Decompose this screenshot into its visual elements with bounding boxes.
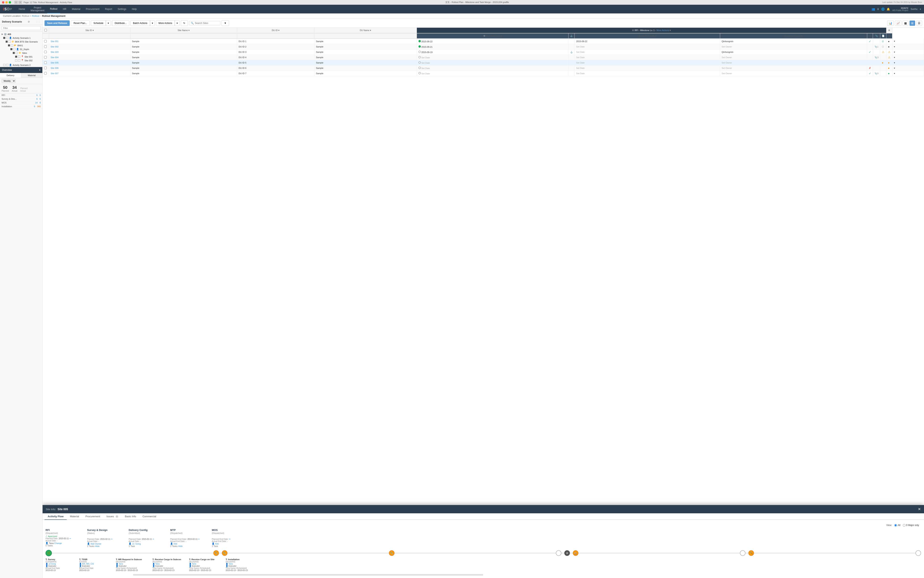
row-dropdown[interactable]: ▾ bbox=[892, 71, 924, 76]
cb2-sites[interactable] bbox=[16, 52, 18, 54]
settings-header[interactable]: ⚙ bbox=[886, 28, 892, 33]
nav-home[interactable]: Home bbox=[16, 5, 28, 13]
cb1-site001[interactable] bbox=[15, 55, 17, 58]
more-dropdown-btn[interactable]: ▾ bbox=[175, 21, 179, 26]
edit-rfi-icon[interactable]: ✏ bbox=[70, 537, 71, 540]
assigned-owner-header[interactable]: Assigned Owner ▾ bbox=[720, 33, 867, 39]
list-view-btn[interactable]: ☰ bbox=[916, 21, 922, 26]
nav-project[interactable]: ProjectManagement bbox=[28, 5, 47, 13]
modal-tab-activity-flow[interactable]: Activity Flow bbox=[44, 513, 67, 520]
sidebar-item-bkk-bts[interactable]: 📁 BKK BTS Site Scenario bbox=[0, 40, 42, 44]
site-id-header[interactable]: Site ID ▾ bbox=[49, 28, 130, 33]
row-checkbox[interactable] bbox=[44, 50, 47, 53]
row-checkbox[interactable] bbox=[44, 45, 47, 48]
row-checkbox[interactable] bbox=[44, 72, 47, 75]
cb1-bkk[interactable] bbox=[5, 41, 8, 43]
row-dropdown[interactable]: ▾ bbox=[892, 55, 924, 60]
nav-rollout[interactable]: Rollout bbox=[47, 5, 60, 13]
view-major-radio-label[interactable]: 0 Major only bbox=[903, 524, 919, 526]
users-icon[interactable]: 👥 bbox=[872, 8, 875, 11]
globe-icon[interactable]: 🌐 bbox=[881, 8, 885, 11]
schedule-button[interactable]: Schedule bbox=[91, 21, 106, 26]
rfi-dropdown-icon[interactable]: ▾ bbox=[670, 29, 671, 31]
sidebar-filter-input[interactable] bbox=[2, 26, 41, 30]
gantt-btn[interactable]: ▦ bbox=[903, 21, 908, 26]
row-checkbox[interactable] bbox=[44, 61, 47, 64]
table-view-btn[interactable]: ⊞ bbox=[909, 21, 915, 26]
modal-close-button[interactable]: ✕ bbox=[918, 507, 921, 511]
overview-tab-delivery[interactable]: Delivery bbox=[0, 73, 21, 78]
edit-mtp-icon[interactable]: ✏ bbox=[198, 538, 200, 540]
modal-tab-issues[interactable]: Issues 0 bbox=[103, 513, 122, 520]
rfi-main-header[interactable]: ⚙ RFI - Milestone Lv. 1 - More Actions ▾ bbox=[416, 28, 886, 33]
breadcrumb-rollout-link[interactable]: Rollout bbox=[32, 15, 39, 18]
nav-hr[interactable]: HR bbox=[60, 5, 69, 13]
cb1-act2[interactable] bbox=[3, 64, 5, 66]
du-name-header[interactable]: DU Name ▾ bbox=[314, 28, 416, 33]
overview-tab-material[interactable]: Material bbox=[21, 73, 42, 78]
hide-mtp-link[interactable]: Hide bbox=[178, 545, 183, 547]
cb1-sites[interactable] bbox=[13, 52, 15, 54]
modal-tab-procurement[interactable]: Procurement bbox=[82, 513, 103, 520]
search-input[interactable] bbox=[195, 22, 218, 24]
edit-mos-icon[interactable]: ✏ bbox=[229, 538, 231, 540]
rfi-more-actions-link[interactable]: More Actions bbox=[657, 29, 669, 31]
site-id-link[interactable]: Site 005 bbox=[50, 62, 59, 64]
edit-del-icon[interactable]: ✏ bbox=[153, 538, 154, 540]
cb1-s1[interactable] bbox=[10, 48, 13, 50]
add-owner-link[interactable]: Add Owner bbox=[91, 542, 101, 545]
cb2-bkk1[interactable] bbox=[11, 44, 13, 47]
sidebar-gear-icon[interactable]: ⚙ bbox=[28, 20, 30, 23]
nav-material[interactable]: Material bbox=[69, 5, 83, 13]
cb2-bkk[interactable] bbox=[8, 41, 11, 43]
nav-help[interactable]: Help bbox=[129, 5, 140, 13]
row-checkbox[interactable] bbox=[44, 67, 47, 69]
user-dropdown-icon[interactable]: ▾ bbox=[920, 8, 921, 10]
site-id-link[interactable]: Site 006 bbox=[50, 67, 59, 69]
minimize-window-btn[interactable] bbox=[5, 1, 8, 3]
nav-settings[interactable]: Settings bbox=[115, 5, 129, 13]
modal-tab-commercial[interactable]: Commercial bbox=[139, 513, 159, 520]
maximize-window-btn[interactable] bbox=[9, 1, 11, 3]
sidebar-item-sites[interactable]: 📁 Sites bbox=[0, 51, 42, 55]
download-icon[interactable]: ⬇ bbox=[877, 8, 879, 11]
cb2-site001[interactable] bbox=[18, 55, 20, 58]
batch-dropdown-btn[interactable]: ▾ bbox=[150, 21, 155, 26]
site-id-link[interactable]: Site 003 bbox=[50, 51, 59, 53]
batch-actions-button[interactable]: Batch Actions bbox=[131, 21, 150, 26]
chart-line-btn[interactable]: 📈 bbox=[895, 21, 901, 26]
row-checkbox[interactable] bbox=[44, 56, 47, 58]
reset-plan-button[interactable]: Reset Plan... bbox=[71, 20, 89, 26]
close-window-btn[interactable] bbox=[2, 1, 4, 3]
more-actions-button[interactable]: More Actions bbox=[156, 21, 175, 26]
cb2-act2[interactable] bbox=[6, 64, 8, 66]
checkbox2-activity1[interactable] bbox=[6, 37, 8, 39]
back-btn[interactable]: ‹ bbox=[14, 1, 18, 4]
row-dropdown[interactable]: ▾ bbox=[892, 65, 924, 71]
sidebar-item-site002[interactable]: 📍 Site 002 bbox=[0, 58, 42, 62]
row-dropdown[interactable]: ▾ bbox=[892, 49, 924, 55]
row-dropdown[interactable]: ▾ bbox=[892, 39, 924, 44]
actual-end-date-header[interactable]: Actual End Date ▾ bbox=[574, 33, 720, 39]
hide-survey-link[interactable]: Hide bbox=[95, 545, 99, 547]
checkbox-activity1[interactable] bbox=[3, 37, 5, 39]
modal-tab-material[interactable]: Material bbox=[67, 513, 82, 520]
overview-header[interactable]: Overview ▾ bbox=[0, 67, 42, 73]
sidebar-item-site001[interactable]: 📍 Site 001 bbox=[0, 55, 42, 58]
distribute-button[interactable]: Distribute... bbox=[112, 21, 129, 26]
site-id-link[interactable]: Site 007 bbox=[50, 72, 59, 75]
cb1-site002[interactable] bbox=[15, 59, 17, 62]
row-dropdown[interactable]: ▾ bbox=[892, 44, 924, 49]
sidebar-item-bkk1[interactable]: 📂 BKK1 bbox=[0, 44, 42, 47]
chart-bar-btn[interactable]: 📊 bbox=[887, 21, 894, 26]
forward-btn[interactable]: › bbox=[18, 1, 22, 4]
view-all-radio-label[interactable]: All bbox=[894, 524, 900, 526]
row-dropdown[interactable]: ▾ bbox=[892, 60, 924, 65]
save-release-button[interactable]: Save and Release bbox=[44, 20, 70, 26]
cb2-site002[interactable] bbox=[18, 59, 20, 62]
plan-end-date-header[interactable]: ⚙ Plan End Date ▾ bbox=[416, 33, 568, 39]
cb2-s1[interactable] bbox=[13, 48, 15, 50]
site-name-header[interactable]: Site Name ▾ bbox=[130, 28, 237, 33]
sidebar-item-activity1[interactable]: 👤 Activity Scenario 1 bbox=[0, 36, 42, 40]
select-all-checkbox[interactable] bbox=[44, 29, 47, 31]
